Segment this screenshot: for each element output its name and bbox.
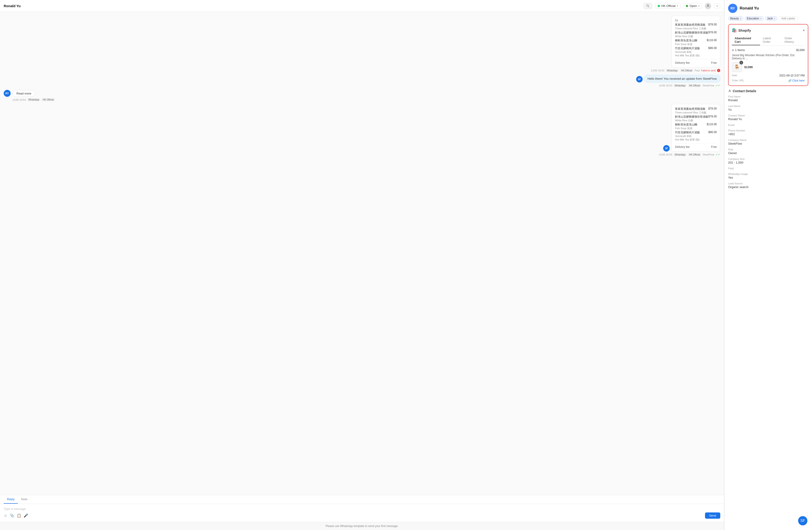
cart-items-count: 1 Items <box>735 48 745 52</box>
delivery-label-2: Delivery fee <box>675 145 690 149</box>
send-button[interactable]: Send <box>705 513 720 519</box>
item-sub-3: Fish Soup 魚湯 <box>675 43 697 46</box>
meta-account-order2: HK Official <box>688 153 701 156</box>
contact-details-section: Contact Details First Name Ronald Last N… <box>728 89 808 192</box>
label-beauty: Beauty × <box>728 16 743 21</box>
label-jack-remove[interactable]: × <box>774 17 775 20</box>
attachment-icon[interactable]: 📎 <box>10 513 14 518</box>
field-value-phone: +852 <box>728 132 808 136</box>
sleekflow-fab[interactable]: SF <box>798 516 807 525</box>
chat-title: Ronald Yu <box>4 4 20 8</box>
field-label-email: Email <box>728 123 808 127</box>
label-education-remove[interactable]: × <box>760 17 762 20</box>
double-tick-system: ✓✓ <box>716 84 720 87</box>
message-group-readmore: RY Read more 11/05 16:54 WhatsApp HK Off… <box>4 90 720 101</box>
order-url-link[interactable]: 🔗 Click here <box>788 79 804 82</box>
item2-name-4: 竹笙花膠豬肉片湯飯 <box>675 131 700 134</box>
cart-items-header: ∨ 1 Items $1399 <box>732 48 804 52</box>
add-label-button[interactable]: Add Labels <box>779 16 798 21</box>
person-icon <box>706 4 710 8</box>
item-price-1: $78.00 <box>708 23 717 30</box>
chevron-down-icon: ▾ <box>698 5 699 7</box>
label-education: Education × <box>745 16 764 21</box>
mic-icon[interactable]: 🎤 <box>24 513 28 518</box>
read-more-button[interactable]: Read more <box>13 90 35 97</box>
label-beauty-text: Beauty <box>730 17 739 20</box>
item-price-2: $78.00 <box>708 31 717 38</box>
tab-order-history[interactable]: Order History <box>782 35 804 45</box>
field-label-contact-owner: Contact Owner <box>728 114 808 117</box>
shopify-header: 🛍️ Shopify ▾ <box>732 28 804 33</box>
product-emoji: 🪑 <box>734 64 740 70</box>
chat-header: Ronald Yu HK Official ▾ Open ▾ ▾ <box>0 0 724 12</box>
message-row-readmore: RY Read more <box>4 90 720 97</box>
field-lead-source: Lead Source Organic search <box>728 182 808 189</box>
tab-note[interactable]: Note <box>18 495 30 504</box>
field-value-lead-source: Organic search <box>728 185 808 189</box>
message-bubble-system: Hello there! You received an update from… <box>644 75 720 83</box>
meta-time-1: 11/05 16:53 <box>651 69 664 72</box>
message-meta-system: 11/05 16:53 WhatsApp HK Official SleekFl… <box>4 84 720 87</box>
shopify-title: 🛍️ Shopify <box>732 28 751 33</box>
shopify-icon: 🛍️ <box>732 28 737 33</box>
item2-sub-2: White Rice 白飯 <box>675 119 708 122</box>
field-whatsapp-usage: WhatsApp Usage Yes <box>728 173 808 179</box>
template-icon[interactable]: 📋 <box>17 513 21 518</box>
message-meta-order1: 11/05 16:53 WhatsApp HK Official Paul Fa… <box>4 69 720 72</box>
status-selector[interactable]: Open ▾ <box>683 3 702 9</box>
message-group-order2: 客家黃酒薑絲煮滑雞湯飯 Three-coloured Rice 三色飯 $78.… <box>4 104 720 156</box>
shopify-collapse-icon[interactable]: ▾ <box>803 28 804 32</box>
field-role: Role Owner <box>728 148 808 155</box>
search-button[interactable] <box>643 3 652 9</box>
item-sub-2: White Rice 白飯 <box>675 35 708 38</box>
template-notice: Please use WhatsApp template to send you… <box>0 522 724 530</box>
field-label-lead-source: Lead Source <box>728 182 808 185</box>
item2-price-1: $78.00 <box>708 107 717 114</box>
field-label-first-name: First Name <box>728 95 808 98</box>
failed-badge-1: Failed to send <box>701 69 716 72</box>
product-image: 🪑 1 <box>732 62 742 72</box>
tab-abandoned-cart[interactable]: Abandoned Cart <box>732 35 760 45</box>
field-value-contact-owner: Ronald Yu <box>728 117 808 121</box>
field-contact-owner: Contact Owner Ronald Yu <box>728 114 808 121</box>
svg-point-0 <box>647 5 648 6</box>
left-panel: Ronald Yu HK Official ▾ Open ▾ ▾ 1x <box>0 0 724 530</box>
tab-reply[interactable]: Reply <box>4 495 18 504</box>
whatsapp-dot <box>658 5 660 7</box>
field-value-company-name: SleekFlow <box>728 142 808 145</box>
cart-toggle[interactable]: ∨ 1 Items <box>732 48 745 52</box>
avatar-button[interactable] <box>705 3 711 9</box>
field-label-company-name: Company Name <box>728 138 808 142</box>
svg-point-2 <box>707 5 709 6</box>
meta-time-order2: 11/05 16:54 <box>659 153 672 156</box>
message-row-order2: 客家黃酒薑絲煮滑雞湯飯 Three-coloured Rice 三色飯 $78.… <box>4 104 720 151</box>
field-email: Email <box>728 123 808 127</box>
field-value-first-name: Ronald <box>728 99 808 102</box>
double-tick-order2: ✓✓ <box>716 153 720 156</box>
field-company-size: Company Size 201 - 1,000 <box>728 158 808 164</box>
error-icon-1: ! <box>717 69 720 72</box>
product-price: $1399 <box>744 65 804 69</box>
tab-latest-order[interactable]: Latest Order <box>760 35 782 45</box>
status-dot <box>686 5 688 7</box>
meta-agent-1: Paul <box>695 69 700 72</box>
chevron-down-icon: ▾ <box>716 5 718 7</box>
cart-meta-url: Order URL 🔗 Click here <box>732 79 804 82</box>
message-meta-order2: 11/05 16:54 WhatsApp HK Official SleekFl… <box>4 153 720 156</box>
label-beauty-remove[interactable]: × <box>740 17 741 20</box>
reply-placeholder[interactable]: Type a message <box>4 506 720 512</box>
delivery-value-1: Free <box>711 61 717 64</box>
emoji-icon[interactable]: ☺ <box>4 514 8 518</box>
chevron-down-icon: ▾ <box>677 5 678 7</box>
product-badge: 1 <box>739 61 743 64</box>
item-name-3: 豬軟骨魚蛋淮山麵 <box>675 39 697 43</box>
chat-area: 1x 客家黃酒薑絲煮滑雞湯飯 Three-coloured Rice 三色飯 $… <box>0 12 724 495</box>
link-icon: 🔗 <box>788 79 792 82</box>
item2-name-2: 鮮淮山花膠雞膠燉排骨湯飯 <box>675 115 708 119</box>
field-value-role: Owner <box>728 151 808 155</box>
svg-line-1 <box>648 6 649 7</box>
item-sub-4: Vermicelli 米粉 <box>675 50 700 54</box>
channel-selector[interactable]: HK Official ▾ <box>655 3 681 9</box>
more-options[interactable]: ▾ <box>714 3 720 8</box>
meta-channel-order2: WhatsApp <box>673 153 686 156</box>
